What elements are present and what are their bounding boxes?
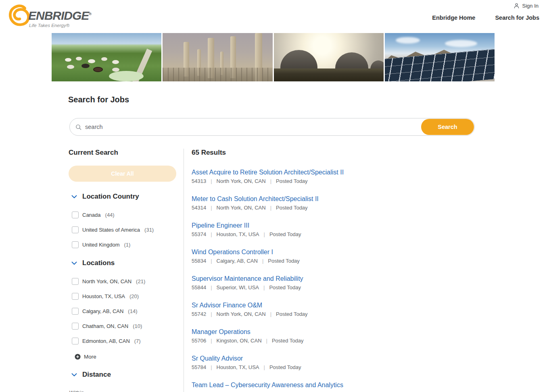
hero-detail <box>280 50 317 71</box>
job-title-link[interactable]: Pipeline Engineer III <box>192 221 249 230</box>
filter-option-houston[interactable]: Houston, TX, USA (20) <box>69 293 176 300</box>
job-posted: Posted Today <box>276 178 308 184</box>
option-label: United States of America <box>82 227 140 233</box>
job-result: Manager Operations 55706|Kingston, ON, C… <box>192 328 495 344</box>
checkbox[interactable] <box>72 293 79 300</box>
hero-image-solar-panel-field <box>385 33 495 81</box>
more-button[interactable]: More <box>69 354 176 360</box>
checkbox[interactable] <box>72 338 79 344</box>
sign-in-button[interactable]: Sign In <box>514 3 539 9</box>
hero-detail <box>109 71 144 81</box>
job-title-link[interactable]: Team Lead – Cybersecurity Awareness and … <box>192 381 343 390</box>
nav-search-for-jobs[interactable]: Search for Jobs <box>495 15 539 21</box>
filter-option-chatham[interactable]: Chatham, ON, CAN (10) <box>69 323 176 330</box>
separator: | <box>206 258 216 264</box>
hero-detail <box>445 40 477 47</box>
job-title-link[interactable]: Manager Operations <box>192 328 250 336</box>
option-count: (44) <box>105 212 115 218</box>
job-title-link[interactable]: Meter to Cash Solution Architect/Special… <box>192 195 319 203</box>
checkbox[interactable] <box>72 212 79 218</box>
option-count: (1) <box>124 242 131 248</box>
job-req-id: 55706 <box>192 338 206 344</box>
main-content: Search for Jobs Search Current Search Cl… <box>52 95 495 392</box>
job-req-id: 54314 <box>192 205 206 211</box>
job-posted: Posted Today <box>269 364 301 370</box>
filter-option-uk[interactable]: United Kingdom (1) <box>69 241 176 248</box>
separator: | <box>206 311 216 317</box>
section-header-location-country[interactable]: Location Country <box>69 192 176 201</box>
separator: | <box>206 338 216 344</box>
separator: | <box>266 205 276 211</box>
filter-option-north-york[interactable]: North York, ON, CAN (21) <box>69 278 176 285</box>
job-location: Houston, TX, USA <box>217 364 259 370</box>
job-result: Asset Acquire to Retire Solution Archite… <box>192 168 495 185</box>
job-req-id: 55834 <box>192 258 206 264</box>
job-posted: Posted Today <box>276 205 308 211</box>
checkbox[interactable] <box>72 308 79 315</box>
chevron-down-icon <box>71 195 77 199</box>
filter-option-calgary[interactable]: Calgary, AB, CAN (14) <box>69 308 176 315</box>
hero-detail <box>101 57 107 61</box>
job-title-link[interactable]: Asset Acquire to Retire Solution Archite… <box>192 168 344 177</box>
job-meta: 54314|North York, ON, CAN|Posted Today <box>192 204 495 212</box>
search-input[interactable] <box>85 119 335 135</box>
nav-enbridge-home[interactable]: Enbridge Home <box>432 15 475 21</box>
job-meta: 55706|Kingston, ON, CAN|Posted Today <box>192 337 495 344</box>
filter-option-usa[interactable]: United States of America (31) <box>69 226 176 233</box>
separator: | <box>206 284 216 290</box>
checkbox[interactable] <box>72 278 79 285</box>
section-label: Locations <box>82 259 115 268</box>
checkbox[interactable] <box>72 323 79 330</box>
checkbox[interactable] <box>72 226 79 233</box>
separator: | <box>259 231 269 237</box>
job-location: Calgary, AB, CAN <box>217 258 258 264</box>
hero-image-aerial-tank-farm <box>52 33 161 81</box>
current-search-title: Current Search <box>69 149 176 157</box>
section-label: Distance <box>82 370 111 379</box>
job-posted: Posted Today <box>272 338 304 344</box>
checkbox[interactable] <box>72 241 79 248</box>
logo-brand: ENBRIDGE® <box>28 8 91 22</box>
filter-option-canada[interactable]: Canada (44) <box>69 212 176 218</box>
option-label: United Kingdom <box>82 242 120 248</box>
filters-sidebar: Current Search Clear All Location Countr… <box>69 149 176 392</box>
option-count: (31) <box>144 227 154 233</box>
job-result: Team Lead – Cybersecurity Awareness and … <box>192 381 495 392</box>
main-nav: Enbridge Home Search for Jobs <box>432 15 539 21</box>
more-label: More <box>84 354 96 360</box>
search-icon <box>75 124 82 131</box>
search-button[interactable]: Search <box>421 119 474 135</box>
clear-all-button[interactable]: Clear All <box>69 166 176 182</box>
job-location: North York, ON, CAN <box>217 311 266 317</box>
job-meta: 55374|Houston, TX, USA|Posted Today <box>192 231 495 238</box>
logo-brand-text: ENBRIDGE <box>28 9 89 22</box>
filter-option-edmonton[interactable]: Edmonton, AB, CAN (7) <box>69 338 176 344</box>
person-icon <box>514 3 520 9</box>
within-label: Within <box>69 390 176 392</box>
separator: | <box>262 338 272 344</box>
enbridge-logo[interactable]: ENBRIDGE® Life Takes Energy® <box>7 2 91 29</box>
hero-detail <box>274 68 384 81</box>
job-location: Kingston, ON, CAN <box>217 338 262 344</box>
job-title-link[interactable]: Sr Quality Advisor <box>192 354 243 363</box>
section-header-locations[interactable]: Locations <box>69 259 176 268</box>
job-meta: 54313|North York, ON, CAN|Posted Today <box>192 178 495 185</box>
hero-banner <box>52 33 495 81</box>
job-location: North York, ON, CAN <box>217 178 266 184</box>
hero-detail <box>65 58 71 62</box>
job-posted: Posted Today <box>269 231 301 237</box>
option-label: North York, ON, CAN <box>82 278 132 284</box>
job-title-link[interactable]: Wind Operations Controller I <box>192 248 273 257</box>
page-title: Search for Jobs <box>68 95 495 104</box>
section-header-distance[interactable]: Distance <box>69 370 176 379</box>
chevron-down-icon <box>71 373 77 377</box>
option-label: Canada <box>82 212 101 218</box>
plus-circle-icon <box>75 354 81 360</box>
job-title-link[interactable]: Supervisor Maintenance and Reliability <box>192 274 303 283</box>
separator: | <box>259 364 269 370</box>
job-title-link[interactable]: Sr Advisor Finance O&M <box>192 301 262 310</box>
separator: | <box>258 258 268 264</box>
hero-detail <box>81 64 90 68</box>
separator: | <box>266 178 276 184</box>
separator: | <box>259 284 269 290</box>
